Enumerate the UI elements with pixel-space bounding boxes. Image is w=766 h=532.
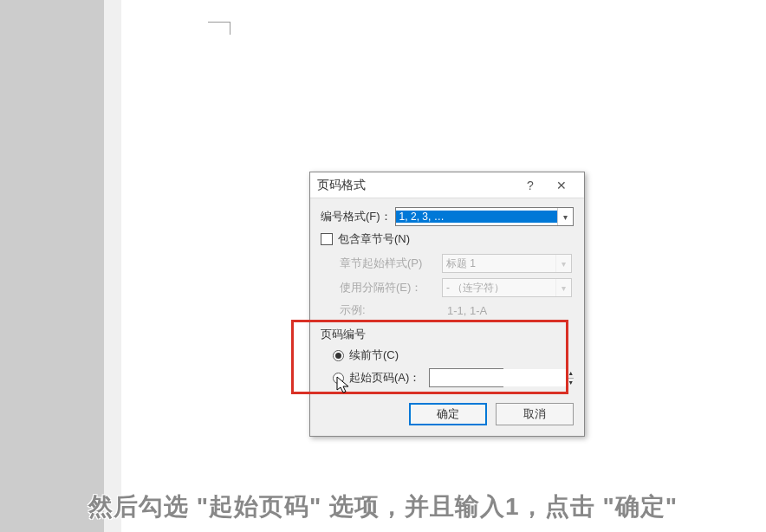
cancel-button[interactable]: 取消	[496, 403, 574, 425]
example-value: 1-1, 1-A	[447, 304, 487, 317]
separator-row: 使用分隔符(E)： - （连字符） ▾	[321, 278, 574, 297]
include-chapter-label: 包含章节号(N)	[338, 231, 410, 247]
start-at-label: 起始页码(A)：	[349, 370, 420, 386]
page-corner-mark	[208, 9, 234, 35]
dialog-titlebar: 页码格式 ? ✕	[310, 172, 584, 198]
continue-label: 续前节(C)	[349, 347, 399, 363]
include-chapter-row: 包含章节号(N)	[321, 231, 574, 247]
dialog-title: 页码格式	[317, 178, 515, 193]
example-row: 示例: 1-1, 1-A	[321, 302, 574, 318]
dialog-body: 编号格式(F)： 1, 2, 3, … ▾ 包含章节号(N) 章节起始样式(P)…	[310, 198, 584, 436]
chevron-down-icon: ▾	[555, 279, 571, 296]
example-label: 示例:	[340, 302, 442, 318]
continue-row: 续前节(C)	[321, 347, 574, 363]
ok-button[interactable]: 确定	[409, 403, 487, 425]
number-format-row: 编号格式(F)： 1, 2, 3, … ▾	[321, 207, 574, 226]
chevron-down-icon: ▾	[555, 255, 571, 272]
page-number-group-label: 页码编号	[321, 327, 574, 342]
left-ruler-panel	[0, 0, 104, 532]
spin-up-icon[interactable]: ▲	[568, 369, 574, 379]
continue-radio[interactable]	[333, 350, 344, 361]
page-number-format-dialog: 页码格式 ? ✕ 编号格式(F)： 1, 2, 3, … ▾ 包含章节号(N) …	[309, 172, 585, 437]
dialog-buttons: 确定 取消	[321, 403, 574, 425]
start-at-row: 起始页码(A)： ▲ ▼	[321, 368, 574, 387]
chapter-start-row: 章节起始样式(P) 标题 1 ▾	[321, 254, 574, 273]
number-format-combo[interactable]: 1, 2, 3, … ▾	[395, 207, 574, 226]
chevron-down-icon[interactable]: ▾	[557, 208, 573, 225]
start-at-radio[interactable]	[333, 373, 344, 384]
close-button[interactable]: ✕	[546, 173, 577, 198]
spin-arrows: ▲ ▼	[567, 369, 574, 386]
start-at-input[interactable]	[430, 369, 567, 386]
chapter-start-combo: 标题 1 ▾	[442, 254, 572, 273]
number-format-value: 1, 2, 3, …	[396, 211, 557, 223]
spin-down-icon[interactable]: ▼	[568, 379, 574, 387]
subtitle-text: 然后勾选 "起始页码" 选项，并且输入1，点击 "确定"	[0, 490, 766, 523]
start-at-spinbox[interactable]: ▲ ▼	[429, 368, 503, 387]
chapter-start-label: 章节起始样式(P)	[340, 256, 442, 271]
separator-combo: - （连字符） ▾	[442, 278, 572, 297]
help-button[interactable]: ?	[515, 173, 546, 198]
chapter-start-value: 标题 1	[443, 256, 555, 271]
separator-value: - （连字符）	[443, 281, 555, 295]
include-chapter-checkbox[interactable]	[321, 233, 333, 245]
number-format-label: 编号格式(F)：	[321, 209, 392, 224]
separator-label: 使用分隔符(E)：	[340, 280, 442, 295]
